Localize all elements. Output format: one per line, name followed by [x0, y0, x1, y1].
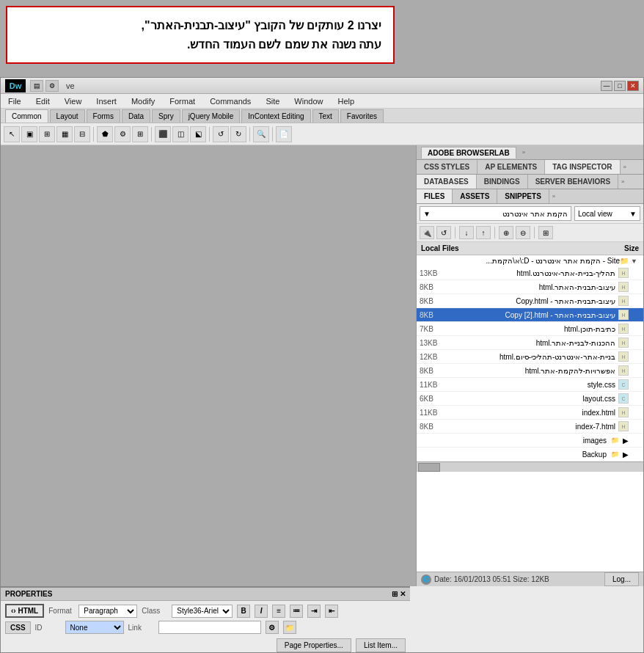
menu-file[interactable]: File	[5, 95, 24, 107]
tool-6[interactable]: ⚙	[114, 126, 131, 142]
italic-button[interactable]: I	[255, 605, 268, 618]
tool-12[interactable]: ↻	[230, 126, 246, 142]
file-item[interactable]: Hindex.html11KB	[417, 406, 643, 420]
tool-14[interactable]: 📄	[276, 126, 292, 142]
tab-files[interactable]: FILES	[417, 189, 453, 203]
folder-icon[interactable]: 📁	[283, 621, 296, 634]
scroll-bottom[interactable]	[417, 462, 643, 472]
tool-4[interactable]: ⊟	[74, 126, 90, 142]
panel-mid-arrow[interactable]: »	[621, 178, 624, 185]
menu-help[interactable]: Help	[334, 95, 357, 107]
menu-format[interactable]: Format	[167, 95, 198, 107]
file-item[interactable]: Cstyle.css11KB	[417, 378, 643, 392]
log-button[interactable]: Log...	[604, 572, 639, 586]
tab-common[interactable]: Common	[5, 109, 48, 123]
icon1[interactable]: ▤	[30, 80, 43, 92]
panel-file-arrow[interactable]: »	[552, 193, 555, 200]
menu-commands[interactable]: Commands	[207, 95, 254, 107]
file-item[interactable]: Hאפשרויות-להקמת-אתר.html8KB	[417, 364, 643, 378]
refresh-icon[interactable]: ↺	[436, 226, 451, 239]
file-item[interactable]: ▶ 📁images	[417, 434, 643, 448]
tab-server-behaviors[interactable]: SERVER BEHAVIORS	[528, 175, 618, 189]
menu-modify[interactable]: Modify	[128, 95, 158, 107]
tab-bindings[interactable]: BINDINGS	[477, 175, 528, 189]
css-button[interactable]: CSS	[5, 621, 31, 634]
tool-13[interactable]: 🔍	[253, 126, 269, 142]
tab-jquery-mobile[interactable]: jQuery Mobile	[182, 109, 241, 123]
list-item-button[interactable]: List Item...	[356, 638, 406, 652]
ol-button[interactable]: ≔	[290, 605, 303, 618]
panel-tab-browserlab[interactable]: ADOBE BROWSERLAB	[421, 147, 516, 158]
file-item[interactable]: Hכתיבת-תוכן.html7KB	[417, 322, 643, 336]
site-root[interactable]: ▼ 📁 Site - הקמת אתר אינטרנט - D:\א\הקמת.…	[417, 255, 643, 266]
html-button[interactable]: ‹› HTML	[5, 604, 44, 618]
tab-incontext-editing[interactable]: InContext Editing	[241, 109, 310, 123]
tab-data[interactable]: Data	[122, 109, 150, 123]
minimize-button[interactable]: —	[601, 81, 612, 91]
icon2[interactable]: ⚙	[45, 80, 59, 92]
tab-databases[interactable]: DATABASES	[417, 175, 477, 189]
file-item[interactable]: ▶ 📁Backup	[417, 448, 643, 462]
tab-spry[interactable]: Spry	[152, 109, 180, 123]
file-item[interactable]: Hבניית-אתר-אינטרנט-תהליכי-סיום.html12KB	[417, 350, 643, 364]
check-out-icon[interactable]: ⊕	[499, 226, 513, 239]
tool-8[interactable]: ⬛	[155, 126, 171, 142]
menu-site[interactable]: Site	[263, 95, 282, 107]
tool-11[interactable]: ↺	[213, 126, 229, 142]
tab-text[interactable]: Text	[312, 109, 339, 123]
menu-insert[interactable]: Insert	[93, 95, 120, 107]
scroll-thumb[interactable]	[418, 463, 440, 472]
panel-top-arrow[interactable]: »	[623, 164, 626, 170]
tool-5[interactable]: ⬟	[97, 126, 113, 142]
props-expand-icon[interactable]: ⊞	[392, 590, 398, 598]
menu-edit[interactable]: Edit	[33, 95, 53, 107]
menu-view[interactable]: View	[62, 95, 85, 107]
tab-css-styles[interactable]: CSS STYLES	[417, 160, 477, 174]
class-select[interactable]: Style36-Ariel	[172, 605, 233, 618]
tab-forms[interactable]: Forms	[87, 109, 120, 123]
maximize-button[interactable]: □	[614, 81, 626, 91]
tab-ap-elements[interactable]: AP ELEMENTS	[477, 160, 545, 174]
file-item[interactable]: Hעיצוב-תבנית-האתר.html8KB	[417, 280, 643, 294]
link-settings-icon[interactable]: ⚙	[266, 621, 279, 634]
close-button[interactable]: ✕	[627, 81, 639, 91]
tool-1[interactable]: ▣	[21, 126, 37, 142]
link-input[interactable]	[158, 621, 261, 634]
tab-assets[interactable]: ASSETS	[453, 189, 497, 203]
expand-icon[interactable]: ▶	[623, 437, 629, 445]
file-item[interactable]: Hתהליך-בניית-אתר-אינטרנט.html13KB	[417, 266, 643, 280]
file-item[interactable]: Clayout.css6KB	[417, 392, 643, 406]
indent-button[interactable]: ⇥	[307, 605, 321, 618]
file-item[interactable]: Hעיצוב-תבנית-האתר - Copy [2].html8KB	[417, 308, 643, 322]
tool-10[interactable]: ⬕	[190, 126, 206, 142]
expand-icon[interactable]: ▶	[623, 450, 629, 459]
site-dropdown[interactable]: הקמת אתר אינטרנט ▼	[420, 206, 571, 221]
file-item[interactable]: Hעיצוב-תבנית-האתר - Copy.html8KB	[417, 294, 643, 308]
tab-snippets[interactable]: SNIPPETS	[497, 189, 549, 203]
tool-cursor[interactable]: ↖	[4, 126, 20, 142]
bold-button[interactable]: B	[237, 605, 250, 618]
tool-2[interactable]: ⊞	[39, 126, 55, 142]
format-select[interactable]: Paragraph	[78, 605, 137, 618]
tab-layout[interactable]: Layout	[50, 109, 85, 123]
expand-icon[interactable]: ▼	[631, 258, 637, 265]
tool-9[interactable]: ◫	[172, 126, 189, 142]
menu-window[interactable]: Window	[291, 95, 326, 107]
ul-button[interactable]: ≡	[272, 605, 285, 618]
sync-icon[interactable]: ⊞	[538, 226, 553, 239]
file-item[interactable]: Hההכנות-לבניית-אתר.html13KB	[417, 336, 643, 350]
id-select[interactable]: None	[65, 621, 124, 634]
outdent-button[interactable]: ⇤	[325, 605, 338, 618]
connect-icon[interactable]: 🔌	[420, 226, 434, 239]
panel-arrow[interactable]: »	[522, 149, 525, 156]
tool-7[interactable]: ⊞	[132, 126, 148, 142]
tool-3[interactable]: ▦	[56, 126, 73, 142]
page-properties-button[interactable]: Page Properties...	[277, 638, 351, 652]
view-dropdown[interactable]: Local view ▼	[574, 206, 640, 221]
tab-tag-inspector[interactable]: TAG INSPECTOR	[545, 160, 620, 174]
tab-favorites[interactable]: Favorites	[340, 109, 384, 123]
get-files-icon[interactable]: ↓	[459, 226, 474, 239]
check-in-icon[interactable]: ⊖	[516, 226, 530, 239]
put-files-icon[interactable]: ↑	[476, 226, 491, 239]
props-close-icon[interactable]: ✕	[400, 590, 406, 598]
